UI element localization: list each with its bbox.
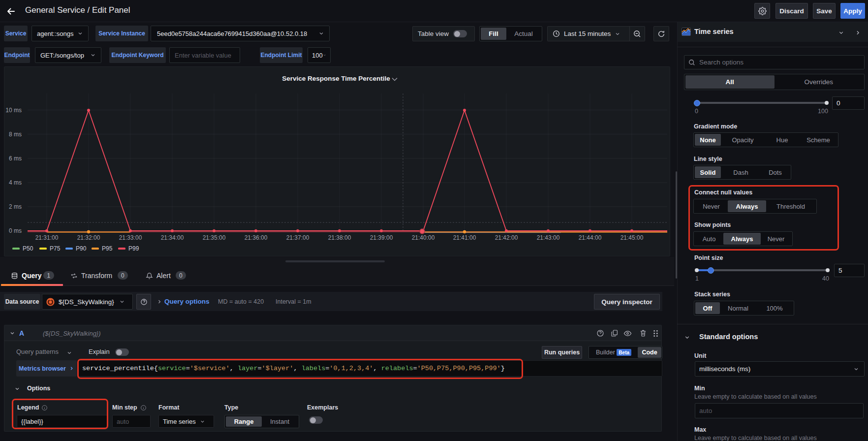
svg-text:21:45:00: 21:45:00 xyxy=(620,234,644,241)
svg-text:2 ms: 2 ms xyxy=(9,203,22,210)
svg-text:21:39:00: 21:39:00 xyxy=(370,234,393,241)
svg-text:21:43:00: 21:43:00 xyxy=(537,234,560,241)
svg-text:21:41:00: 21:41:00 xyxy=(453,234,476,241)
svg-text:21:42:00: 21:42:00 xyxy=(495,234,518,241)
svg-text:10 ms: 10 ms xyxy=(5,107,22,114)
svg-text:P75: P75 xyxy=(50,245,61,252)
svg-text:21:35:00: 21:35:00 xyxy=(203,234,226,241)
svg-text:21:34:00: 21:34:00 xyxy=(161,234,184,241)
svg-text:21:33:00: 21:33:00 xyxy=(119,234,142,241)
svg-text:21:44:00: 21:44:00 xyxy=(579,234,602,241)
svg-text:6 ms: 6 ms xyxy=(9,155,22,162)
svg-text:P95: P95 xyxy=(102,245,113,252)
svg-text:21:38:00: 21:38:00 xyxy=(328,234,351,241)
svg-text:21:31:00: 21:31:00 xyxy=(35,234,59,241)
svg-text:21:36:00: 21:36:00 xyxy=(245,234,268,241)
svg-text:21:40:00: 21:40:00 xyxy=(412,234,435,241)
svg-text:21:32:00: 21:32:00 xyxy=(77,234,100,241)
svg-text:21:37:00: 21:37:00 xyxy=(286,234,310,241)
svg-text:8 ms: 8 ms xyxy=(9,131,22,138)
svg-text:4 ms: 4 ms xyxy=(9,179,22,186)
svg-text:P90: P90 xyxy=(76,245,87,252)
svg-text:Service Response Time Percenti: Service Response Time Percentile xyxy=(282,75,390,82)
svg-text:P99: P99 xyxy=(128,245,139,252)
svg-text:P50: P50 xyxy=(23,245,33,252)
svg-text:0 ms: 0 ms xyxy=(9,227,22,234)
